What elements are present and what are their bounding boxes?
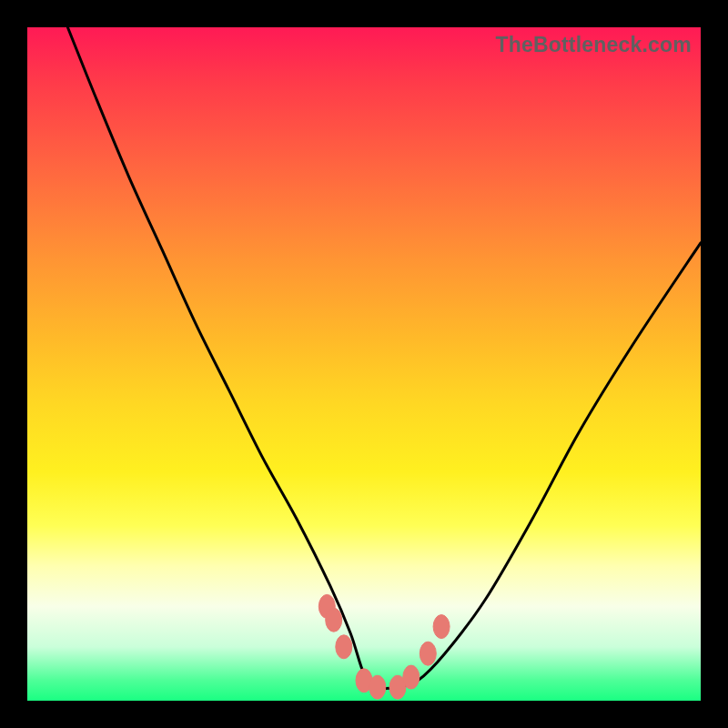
chart-svg: [27, 27, 701, 701]
bottleneck-curve: [67, 27, 701, 689]
marker-group: [318, 594, 450, 699]
curve-marker: [433, 615, 450, 639]
curve-marker: [420, 642, 436, 665]
curve-marker: [403, 665, 420, 689]
chart-frame: TheBottleneck.com: [0, 0, 728, 728]
chart-plot-area: TheBottleneck.com: [27, 27, 701, 701]
curve-marker: [369, 675, 386, 699]
curve-marker: [336, 635, 352, 659]
curve-marker: [326, 608, 342, 632]
